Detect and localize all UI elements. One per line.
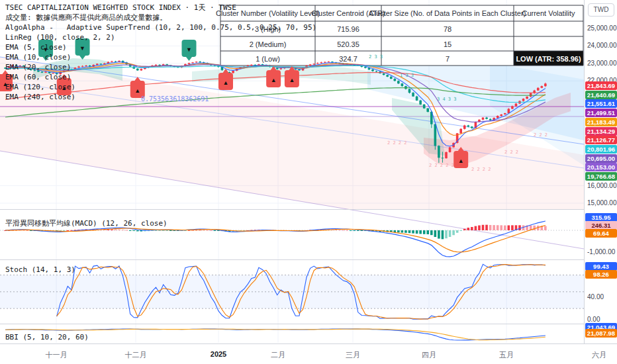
stoch-tick: 0.00 — [587, 316, 617, 323]
legend-row-6[interactable]: EMA (20, close) — [5, 62, 316, 72]
stoch-tick: 40.00 — [587, 293, 617, 300]
stoch-value-label: 98.26 — [585, 270, 617, 279]
svg-text:2 3 3: 2 3 3 — [369, 54, 383, 60]
svg-text:324.7: 324.7 — [339, 55, 357, 63]
price-label: 21,183.49 — [585, 118, 617, 126]
price-label: 21,134.29 — [585, 127, 617, 136]
legend-row-1[interactable]: 成交量: 數據供應商不提供此商品的成交量數據。 — [5, 13, 316, 23]
legend-row-8[interactable]: EMA (120, close) — [5, 82, 316, 92]
trading-chart-window: Cluster Number (Volatility Level)Cluster… — [0, 0, 617, 364]
bbi-legend[interactable]: BBI (5, 10, 20, 60) — [5, 333, 89, 341]
price-tick: 25,000.00 — [587, 24, 617, 32]
svg-text:78: 78 — [444, 25, 451, 33]
price-axis[interactable]: TWD 25,000.0024,000.0023,000.0022,000.00… — [584, 0, 617, 343]
svg-text:3 4 3 3: 3 4 3 3 — [437, 97, 457, 102]
price-tick: 16,000.00 — [587, 182, 617, 189]
legend-row-7[interactable]: EMA (60, close) — [5, 72, 316, 82]
stoch-legend[interactable]: Stoch (14, 1, 3) — [5, 265, 75, 274]
svg-text:2 2 2: 2 2 2 — [504, 150, 518, 155]
price-label: 20,153.00 — [585, 163, 617, 171]
svg-text:7: 7 — [446, 55, 450, 63]
price-label: 21,499.51 — [585, 109, 617, 117]
price-label: 20,801.96 — [585, 145, 617, 154]
price-label: 21,640.69 — [585, 91, 617, 99]
legend-row-2[interactable]: AlgoAlpha - Adaptive SuperTrend (10, 2, … — [5, 23, 316, 32]
time-label: 四月 — [422, 350, 436, 360]
price-label: 21,551.61 — [585, 99, 617, 108]
price-tick: 15,000.00 — [587, 199, 617, 206]
svg-text:1 3 3: 1 3 3 — [400, 73, 414, 78]
price-label: 20,695.00 — [585, 154, 617, 163]
price-label: 21,126.77 — [585, 136, 617, 144]
time-label: 五月 — [499, 350, 514, 360]
main-chart-legend: TSEC CAPITALIZATION WEIGHTED STOCK INDEX… — [5, 3, 316, 102]
svg-text:2 2 2 2: 2 2 2 2 — [387, 140, 407, 146]
price-label: 19,766.68 — [585, 172, 617, 181]
svg-text:520.35: 520.35 — [337, 40, 359, 48]
svg-text:2 2 2: 2 2 2 — [534, 132, 547, 138]
macd-legend[interactable]: 平滑異同移動平均線(MACD) (12, 26, close) — [5, 218, 167, 228]
svg-text:▲: ▲ — [458, 158, 464, 164]
legend-row-5[interactable]: EMA (10, close) — [5, 52, 316, 62]
price-tick: 23,000.00 — [587, 60, 617, 67]
legend-row-0[interactable]: TSEC CAPITALIZATION WEIGHTED STOCK INDEX… — [5, 3, 316, 13]
legend-row-9[interactable]: EMA (240, close) — [5, 92, 316, 102]
legend-row-4[interactable]: EMA (5, close) — [5, 42, 316, 52]
svg-text:Current Volatility: Current Volatility — [522, 9, 575, 17]
bbi-value-label: 21,087.98 — [585, 329, 617, 338]
svg-text:15: 15 — [444, 40, 451, 48]
svg-text:Cluster Size (No. of Data Poin: Cluster Size (No. of Data Points in Each… — [369, 9, 526, 17]
svg-text:LOW (ATR: 358.96): LOW (ATR: 358.96) — [516, 55, 581, 63]
price-tick: 24,000.00 — [587, 42, 617, 49]
price-label: 21,843.69 — [585, 81, 617, 90]
svg-text:2 2 2 2 2: 2 2 2 2 2 — [429, 163, 454, 168]
time-label: 十二月 — [125, 350, 147, 360]
svg-text:2 2 2 2: 2 2 2 2 — [471, 167, 491, 172]
svg-text:715.96: 715.96 — [337, 25, 359, 33]
currency-label: TWD — [588, 3, 614, 17]
time-label: 三月 — [346, 350, 360, 360]
time-label: 十一月 — [46, 350, 68, 360]
macd-tick: -1,000.00 — [587, 248, 617, 255]
macd-value-label: 69.64 — [585, 229, 617, 238]
legend-row-3[interactable]: LinReg (100, close, 2, 2) — [5, 32, 316, 42]
time-label: 2025 — [211, 350, 226, 358]
time-label: 二月 — [271, 350, 285, 360]
time-label: 六月 — [592, 350, 606, 360]
time-axis[interactable]: 十一月十二月2025二月三月四月五月六月 — [0, 343, 617, 364]
stoch-panel — [0, 264, 584, 319]
